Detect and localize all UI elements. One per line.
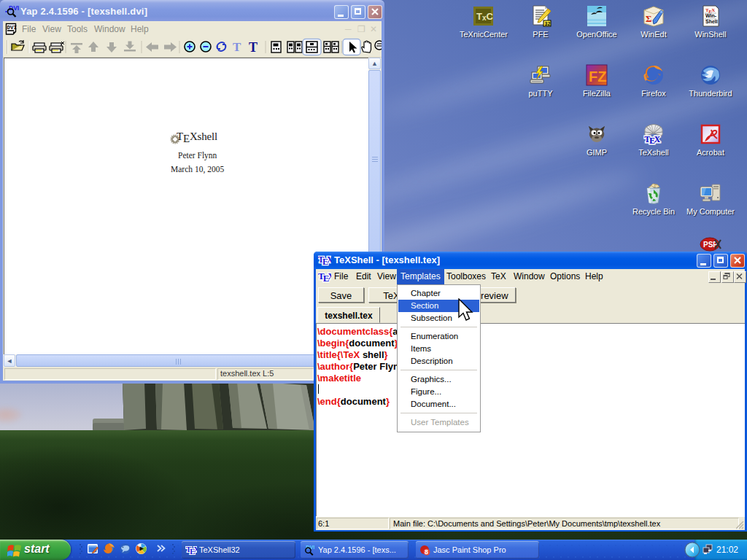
svg-text:TEX: TEX <box>318 254 331 267</box>
svg-text:Shell: Shell <box>705 19 718 24</box>
svg-text:Σ: Σ <box>646 13 652 24</box>
svg-text:T: T <box>233 40 241 54</box>
svg-text:T: T <box>249 40 258 55</box>
svg-text:TEX: TEX <box>186 545 197 556</box>
svg-text:Win-: Win- <box>705 13 717 18</box>
svg-text:TEX: TEX <box>318 271 331 283</box>
svg-text:TEX: TEX <box>645 135 661 145</box>
svg-text:DVI: DVI <box>7 25 18 31</box>
svg-text:8: 8 <box>425 548 428 556</box>
svg-text:32: 32 <box>545 21 551 26</box>
svg-text:FZ: FZ <box>589 69 606 85</box>
